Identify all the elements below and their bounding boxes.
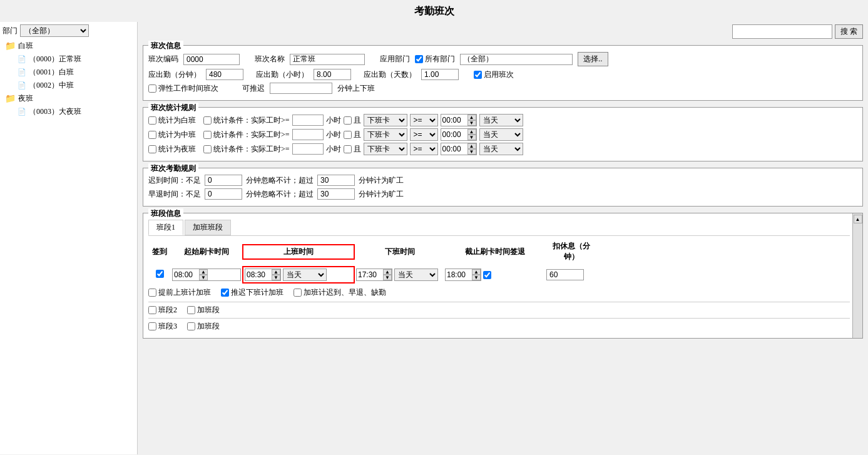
late-input1[interactable] xyxy=(205,175,242,186)
time-up-btn2[interactable]: ▲ xyxy=(467,129,476,135)
early-label2: 分钟忽略不计；超过 xyxy=(246,189,314,200)
compare-select2[interactable]: >=<= xyxy=(410,128,438,141)
band-info-section: 班段信息 ▲ 班段1 加班班段 签到 起始刷卡时间 上班时间 下班时间 截止刷卡… xyxy=(143,213,863,339)
flex-checkbox[interactable] xyxy=(148,84,156,93)
stats-cond-check1[interactable]: 统计条件：实际工时>= xyxy=(203,115,290,126)
all-dept-label: 所有部门 xyxy=(425,54,455,64)
band3-overtime-check[interactable]: 加班段 xyxy=(187,321,220,332)
tree-folder-yeban[interactable]: 📁 夜班 xyxy=(3,92,135,105)
select-button[interactable]: 选择.. xyxy=(578,52,608,66)
stats-and-check2[interactable]: 且 xyxy=(344,130,361,140)
on-time-down[interactable]: ▼ xyxy=(272,275,280,280)
on-day-select[interactable]: 当天次日 xyxy=(283,268,327,281)
stats-and-check1[interactable]: 且 xyxy=(344,115,361,126)
item-label: （0000）正常班 xyxy=(29,54,81,64)
list-item[interactable]: 📄 （0001）白班 xyxy=(15,66,135,79)
on-time-up[interactable]: ▲ xyxy=(272,269,280,275)
on-time-cell: ▲ ▼ 当天次日 xyxy=(242,266,355,284)
dept-input[interactable] xyxy=(460,54,573,65)
day-select1[interactable]: 当天次日 xyxy=(479,114,523,126)
time-up-btn1[interactable]: ▲ xyxy=(467,115,476,120)
band3-check[interactable]: 班段3 xyxy=(148,321,177,332)
late-label1: 迟到时间：不足 xyxy=(148,175,201,186)
start-swipe-down[interactable]: ▼ xyxy=(199,275,208,280)
off-time-input[interactable] xyxy=(357,270,383,280)
dept-field-label: 应用部门 xyxy=(380,54,410,64)
dept-select[interactable]: （全部） xyxy=(20,24,89,37)
delay-overtime-check[interactable]: 推迟下班计加班 xyxy=(221,287,283,298)
early-input2[interactable] xyxy=(317,188,355,200)
early-overtime-check[interactable]: 提前上班计加班 xyxy=(148,287,211,298)
stats-hours-input1[interactable] xyxy=(292,115,324,126)
list-item[interactable]: 📄 （0003）大夜班 xyxy=(15,105,135,118)
search-input[interactable] xyxy=(732,24,832,39)
stats-mid-check[interactable]: 统计为中班 xyxy=(148,130,196,140)
rest-input[interactable] xyxy=(546,269,584,280)
sidebar: 部门 （全部） 📁 白班 📄 （0000）正常班 📄 （0001）白班 xyxy=(0,22,138,454)
tree-folder-baiban[interactable]: 📁 白班 xyxy=(3,39,135,53)
attend-min-input[interactable] xyxy=(206,69,243,80)
name-input[interactable] xyxy=(290,54,365,65)
list-item[interactable]: 📄 （0000）正常班 xyxy=(15,53,135,66)
end-swipe-up[interactable]: ▲ xyxy=(472,269,481,275)
signin-checkbox[interactable] xyxy=(156,270,164,278)
off-day-select[interactable]: 当天次日 xyxy=(394,268,438,281)
end-swipe-time[interactable] xyxy=(446,270,472,280)
all-dept-checkbox-wrap[interactable]: 所有部门 xyxy=(415,54,455,64)
stats-cond-check2[interactable]: 统计条件：实际工时>= xyxy=(203,130,290,140)
start-swipe-time[interactable] xyxy=(173,270,199,280)
overtime-late-check[interactable]: 加班计迟到、早退、缺勤 xyxy=(294,287,386,298)
day-select3[interactable]: 当天次日 xyxy=(479,143,523,155)
compare-select1[interactable]: >=<= xyxy=(410,114,438,126)
band2-overtime-check[interactable]: 加班段 xyxy=(187,305,220,315)
compare-select3[interactable]: >=<= xyxy=(410,143,438,155)
attend-day-input[interactable] xyxy=(421,69,459,80)
on-time-input[interactable] xyxy=(245,270,272,280)
flex-checkbox-wrap[interactable]: 弹性工作时间班次 xyxy=(148,83,218,94)
card-select2[interactable]: 下班卡上班卡 xyxy=(364,128,407,141)
list-item[interactable]: 📄 （0002）中班 xyxy=(15,79,135,92)
stats-hours-input2[interactable] xyxy=(292,129,324,140)
search-button[interactable]: 搜 索 xyxy=(835,24,863,39)
shift-info-section: 班次信息 班次编码 班次名称 应用部门 所有部门 选择.. 应出勤（分钟 xyxy=(143,45,863,101)
end-swipe-down[interactable]: ▼ xyxy=(472,275,481,280)
delay-input[interactable] xyxy=(270,83,332,94)
card-select1[interactable]: 下班卡上班卡 xyxy=(364,114,407,126)
signout-checkbox[interactable] xyxy=(483,271,491,279)
header-rest: 扣休息（分钟） xyxy=(546,240,596,263)
day-select2[interactable]: 当天次日 xyxy=(479,128,523,141)
attend-hr-input[interactable] xyxy=(314,69,351,80)
code-input[interactable] xyxy=(183,54,240,65)
stats-white-check[interactable]: 统计为白班 xyxy=(148,115,196,126)
enable-checkbox-wrap[interactable]: 启用班次 xyxy=(474,69,514,80)
start-swipe-up[interactable]: ▲ xyxy=(199,269,208,275)
enable-checkbox[interactable] xyxy=(474,71,482,79)
card-select3[interactable]: 下班卡上班卡 xyxy=(364,143,407,155)
all-dept-checkbox[interactable] xyxy=(415,55,423,63)
code-label: 班次编码 xyxy=(148,54,178,64)
scroll-up-btn[interactable]: ▲ xyxy=(854,215,862,223)
time-down-btn3[interactable]: ▼ xyxy=(467,149,476,155)
file-icon: 📄 xyxy=(18,68,26,76)
page-title: 考勤班次 xyxy=(0,0,868,22)
stats-hours-input3[interactable] xyxy=(292,143,324,155)
off-time-down[interactable]: ▼ xyxy=(383,275,392,280)
late-input2[interactable] xyxy=(317,175,355,186)
time-input2[interactable] xyxy=(441,130,467,140)
time-input3[interactable] xyxy=(441,144,467,154)
early-input1[interactable] xyxy=(205,188,242,200)
tab-overtime[interactable]: 加班班段 xyxy=(185,220,231,235)
band2-check[interactable]: 班段2 xyxy=(148,305,177,315)
off-time-up[interactable]: ▲ xyxy=(383,269,392,275)
shift-info-title: 班次信息 xyxy=(148,41,183,51)
time-up-btn3[interactable]: ▲ xyxy=(467,143,476,149)
stats-and-check3[interactable]: 且 xyxy=(344,144,361,155)
stats-night-check[interactable]: 统计为夜班 xyxy=(148,144,196,155)
tab-band1[interactable]: 班段1 xyxy=(148,220,183,235)
time-input1[interactable] xyxy=(441,115,467,125)
attend-min-label: 应出勤（分钟） xyxy=(148,69,201,80)
time-down-btn2[interactable]: ▼ xyxy=(467,135,476,140)
stats-cond-check3[interactable]: 统计条件：实际工时>= xyxy=(203,144,290,155)
att-rules-title: 班次考勤规则 xyxy=(148,163,198,174)
time-down-btn1[interactable]: ▼ xyxy=(467,120,476,126)
